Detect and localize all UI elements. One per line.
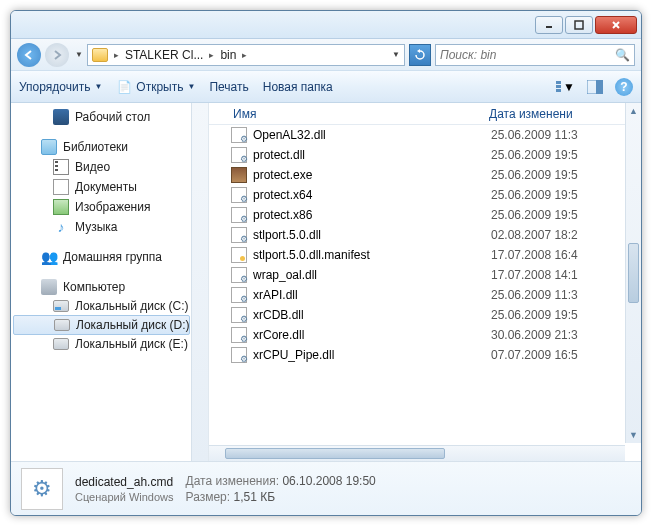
file-name: protect.dll (253, 148, 305, 162)
scroll-down-icon[interactable]: ▼ (626, 427, 641, 443)
breadcrumb-sep-icon: ▸ (114, 50, 119, 60)
explorer-window: ▼ ▸ STALKER Cl... ▸ bin ▸ ▼ 🔍 Упорядочит… (10, 10, 642, 516)
file-name: xrAPI.dll (253, 288, 298, 302)
file-icon (231, 127, 247, 143)
modified-value: 06.10.2008 19:50 (282, 474, 375, 488)
desktop-icon (53, 109, 69, 125)
content-body: Рабочий стол Библиотеки Видео Документы … (11, 103, 641, 461)
drive-icon (54, 319, 70, 331)
svg-rect-1 (575, 21, 583, 29)
minimize-button[interactable] (535, 16, 563, 34)
file-row[interactable]: OpenAL32.dll25.06.2009 11:3 (209, 125, 641, 145)
file-list-pane: Имя Дата изменени OpenAL32.dll25.06.2009… (209, 103, 641, 461)
open-icon: 📄 (116, 79, 132, 95)
column-date[interactable]: Дата изменени (489, 107, 641, 121)
tree-drive-d[interactable]: Локальный диск (D:) (13, 315, 190, 335)
tree-desktop[interactable]: Рабочий стол (11, 107, 208, 127)
file-row[interactable]: protect.exe25.06.2009 19:5 (209, 165, 641, 185)
file-row[interactable]: wrap_oal.dll17.07.2008 14:1 (209, 265, 641, 285)
breadcrumb-1[interactable]: STALKER Cl... (125, 48, 203, 62)
svg-rect-5 (556, 85, 561, 88)
file-date: 02.08.2007 18:2 (491, 228, 578, 242)
file-icon (231, 347, 247, 363)
navigation-tree: Рабочий стол Библиотеки Видео Документы … (11, 103, 209, 461)
homegroup-icon: 👥 (41, 249, 57, 265)
svg-rect-4 (556, 81, 561, 84)
history-dropdown-icon[interactable]: ▼ (75, 50, 83, 59)
help-button[interactable]: ? (615, 78, 633, 96)
maximize-button[interactable] (565, 16, 593, 34)
computer-icon (41, 279, 57, 295)
file-row[interactable]: xrCPU_Pipe.dll07.07.2009 16:5 (209, 345, 641, 365)
file-icon (231, 227, 247, 243)
tree-computer[interactable]: Компьютер (11, 277, 208, 297)
file-date: 17.07.2008 14:1 (491, 268, 578, 282)
file-icon (231, 207, 247, 223)
file-row[interactable]: protect.dll25.06.2009 19:5 (209, 145, 641, 165)
file-name: xrCore.dll (253, 328, 304, 342)
organize-button[interactable]: Упорядочить▼ (19, 80, 102, 94)
breadcrumb-2[interactable]: bin (220, 48, 236, 62)
file-row[interactable]: xrCore.dll30.06.2009 21:3 (209, 325, 641, 345)
back-button[interactable] (17, 43, 41, 67)
tree-homegroup[interactable]: 👥Домашняя группа (11, 247, 208, 267)
view-options-button[interactable]: ▼ (555, 77, 575, 97)
column-name[interactable]: Имя (209, 107, 489, 121)
tree-video[interactable]: Видео (11, 157, 208, 177)
column-header: Имя Дата изменени (209, 103, 641, 125)
file-row[interactable]: stlport.5.0.dll02.08.2007 18:2 (209, 225, 641, 245)
file-name: stlport.5.0.dll (253, 228, 321, 242)
tree-drive-e[interactable]: Локальный диск (E:) (11, 335, 208, 353)
tree-libraries[interactable]: Библиотеки (11, 137, 208, 157)
file-row[interactable]: xrAPI.dll25.06.2009 11:3 (209, 285, 641, 305)
tree-music[interactable]: ♪Музыка (11, 217, 208, 237)
file-list: OpenAL32.dll25.06.2009 11:3protect.dll25… (209, 125, 641, 461)
file-row[interactable]: protect.x6425.06.2009 19:5 (209, 185, 641, 205)
search-input[interactable] (440, 48, 615, 62)
horizontal-scrollbar[interactable] (209, 445, 625, 461)
scroll-thumb[interactable] (628, 243, 639, 303)
drive-icon (53, 338, 69, 350)
size-label: Размер: (186, 490, 231, 504)
tree-images[interactable]: Изображения (11, 197, 208, 217)
close-button[interactable] (595, 16, 637, 34)
scroll-thumb[interactable] (225, 448, 445, 459)
new-folder-button[interactable]: Новая папка (263, 80, 333, 94)
file-date: 07.07.2009 16:5 (491, 348, 578, 362)
address-dropdown-icon[interactable]: ▼ (392, 50, 400, 59)
folder-icon (92, 48, 108, 62)
file-icon (231, 247, 247, 263)
preview-pane-button[interactable] (585, 77, 605, 97)
file-row[interactable]: protect.x8625.06.2009 19:5 (209, 205, 641, 225)
scroll-up-icon[interactable]: ▲ (626, 103, 641, 119)
tree-drive-c[interactable]: Локальный диск (C:) (11, 297, 208, 315)
open-button[interactable]: 📄Открыть▼ (116, 79, 195, 95)
file-icon (231, 287, 247, 303)
file-name: xrCDB.dll (253, 308, 304, 322)
file-date: 30.06.2009 21:3 (491, 328, 578, 342)
libraries-icon (41, 139, 57, 155)
refresh-button[interactable] (409, 44, 431, 66)
search-box[interactable]: 🔍 (435, 44, 635, 66)
images-icon (53, 199, 69, 215)
file-date: 25.06.2009 19:5 (491, 148, 578, 162)
file-name: protect.exe (253, 168, 312, 182)
breadcrumb-sep-icon: ▸ (242, 50, 247, 60)
file-name: OpenAL32.dll (253, 128, 326, 142)
forward-button[interactable] (45, 43, 69, 67)
file-row[interactable]: stlport.5.0.dll.manifest17.07.2008 16:4 (209, 245, 641, 265)
breadcrumb-sep-icon: ▸ (209, 50, 214, 60)
file-icon (231, 327, 247, 343)
music-icon: ♪ (53, 219, 69, 235)
print-button[interactable]: Печать (209, 80, 248, 94)
vertical-scrollbar[interactable]: ▲ ▼ (625, 103, 641, 443)
file-icon (231, 267, 247, 283)
selected-filetype: Сценарий Windows (75, 491, 174, 503)
svg-rect-6 (556, 89, 561, 92)
navigation-bar: ▼ ▸ STALKER Cl... ▸ bin ▸ ▼ 🔍 (11, 39, 641, 71)
address-bar[interactable]: ▸ STALKER Cl... ▸ bin ▸ ▼ (87, 44, 405, 66)
tree-documents[interactable]: Документы (11, 177, 208, 197)
toolbar: Упорядочить▼ 📄Открыть▼ Печать Новая папк… (11, 71, 641, 103)
file-row[interactable]: xrCDB.dll25.06.2009 19:5 (209, 305, 641, 325)
svg-rect-11 (596, 80, 603, 94)
